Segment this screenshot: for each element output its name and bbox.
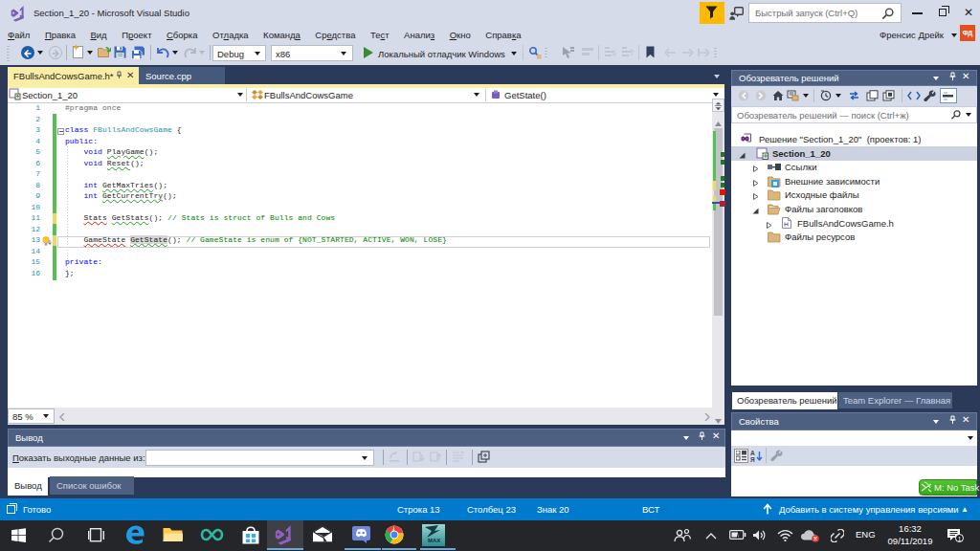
svg-text:А: А bbox=[750, 450, 755, 456]
svg-text:Я: Я bbox=[750, 456, 755, 462]
